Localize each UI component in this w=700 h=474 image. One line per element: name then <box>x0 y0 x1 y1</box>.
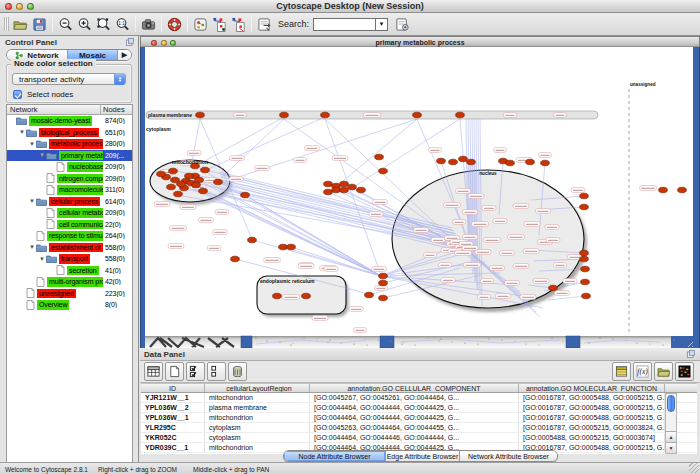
expanded-twisty-icon[interactable]: ▼ <box>29 244 35 250</box>
select-attributes-icon[interactable] <box>186 362 205 381</box>
tree-row[interactable]: nucleobase-contain209(0) <box>7 161 132 173</box>
table-cell: YLR295C <box>141 423 205 432</box>
delete-attribute-icon[interactable] <box>228 362 247 381</box>
data-panel-toolbar <box>140 361 700 383</box>
file-icon <box>46 185 55 195</box>
tree-row-count: 558(0) <box>103 255 132 262</box>
tab-edge-attribute-browser[interactable]: Edge Attribute Browser <box>386 451 460 461</box>
network-frame-titlebar[interactable]: primary metabolic process <box>140 36 700 47</box>
table-scrollbar[interactable]: ▲ ▼ <box>665 393 677 454</box>
tree-row[interactable]: Overview8(0) <box>7 299 132 311</box>
tree-row-count: 264(0) <box>103 232 132 239</box>
tree-row-count: 209(0) <box>103 175 132 182</box>
table-row[interactable]: YLR295Ccytoplasm[GO:0045263, GO:0044464,… <box>141 423 697 433</box>
table-row[interactable]: YPL036W__2plasma membrane[GO:0044464, GO… <box>141 403 697 413</box>
frame-border-left <box>140 47 145 348</box>
open-folder-icon[interactable] <box>11 15 30 34</box>
node-color-combo[interactable]: transporter activity ▲▼ <box>12 73 126 85</box>
window-titlebar[interactable]: Cytoscape Desktop (New Session) <box>0 0 700 13</box>
tree-row[interactable]: cellular metabolic209(0) <box>7 207 132 219</box>
new-attribute-icon[interactable] <box>165 362 184 381</box>
tab-network-attribute-browser[interactable]: Network Attribute Browser <box>460 451 557 461</box>
float-window-icon[interactable] <box>126 38 134 46</box>
attribute-editor-icon[interactable] <box>612 362 631 381</box>
save-icon[interactable] <box>30 15 49 34</box>
help-lifering-icon[interactable] <box>165 15 184 34</box>
zoom-selected-icon[interactable] <box>94 15 113 34</box>
vizmapper-icon[interactable] <box>191 15 210 34</box>
tree-row[interactable]: ▼biological_process651(0) <box>7 127 132 139</box>
table-row[interactable]: YJR121W__1mitochondrion[GO:0045267, GO:0… <box>141 393 697 403</box>
select-nodes-checkbox[interactable] <box>13 90 22 99</box>
expanded-twisty-icon[interactable]: ▼ <box>29 198 35 204</box>
tree-row[interactable]: macromolecule met311(0) <box>7 184 132 196</box>
tree-row[interactable]: nitrogen compound209(0) <box>7 173 132 185</box>
search-config-icon[interactable] <box>394 16 410 32</box>
scroll-up-icon[interactable]: ▲ <box>666 431 676 442</box>
file-icon <box>56 265 65 275</box>
zoom-out-icon[interactable] <box>56 15 75 34</box>
tree-row[interactable]: unassigned223(0) <box>7 288 132 300</box>
unselect-attributes-icon[interactable] <box>207 362 226 381</box>
expanded-twisty-icon[interactable]: ▼ <box>29 141 35 147</box>
tree-row-label: Overview <box>37 300 69 310</box>
table-cell: cytoplasm <box>205 423 310 432</box>
table-cell: [GO:0016787, GO:0005488, GO:0005215, G..… <box>519 403 665 412</box>
table-row[interactable]: YKR052Ccytoplasm[GO:0044464, GO:0044446,… <box>141 433 697 443</box>
tab-node-attribute-browser[interactable]: Node Attribute Browser <box>284 451 386 461</box>
expanded-twisty-icon[interactable]: ▼ <box>19 129 25 135</box>
tree-row[interactable]: ▼primary metabolic p209(... <box>7 150 132 162</box>
scroll-down-icon[interactable]: ▼ <box>666 442 676 453</box>
tree-row[interactable]: ▼metabolic process280(0) <box>7 138 132 150</box>
expanded-twisty-icon[interactable]: ▼ <box>39 256 45 262</box>
network-canvas[interactable]: plasma membranecytoplasmmitochondrionnuc… <box>140 47 700 348</box>
tree-row[interactable]: ▼transport558(0) <box>7 253 132 265</box>
network-graph[interactable]: plasma membranecytoplasmmitochondrionnuc… <box>140 47 700 348</box>
tree-row-label: nucleobase-contain <box>67 162 103 172</box>
table-cell: [GO:0005488, GO:0005215, GO:0003674] <box>519 433 665 442</box>
tab-overflow-arrow[interactable]: ▶ <box>118 50 131 60</box>
attribute-grid-icon[interactable] <box>144 362 163 381</box>
destroy-network-view-icon[interactable] <box>229 15 248 34</box>
tree-row[interactable]: mosaic-demo-yeast874(0) <box>7 115 132 127</box>
import-attributes-icon[interactable] <box>654 362 673 381</box>
column-header[interactable]: annotation.GO CELLULAR_COMPONENT <box>310 384 519 392</box>
tree-row-label: metabolic process <box>49 139 103 149</box>
scrollbar-thumb[interactable] <box>667 395 675 412</box>
tree-row[interactable]: ▼cellular process614(0) <box>7 196 132 208</box>
tree-row[interactable]: response to stimulu264(0) <box>7 230 132 242</box>
new-network-view-icon[interactable] <box>210 15 229 34</box>
unassigned-label: unassigned <box>630 82 656 87</box>
table-cell: [GO:0044464, GO:0044446, GO:0044444, G..… <box>310 433 519 442</box>
chevron-down-icon[interactable]: ▼ <box>375 18 388 31</box>
tree-row-count: 209(0) <box>103 163 132 170</box>
function-builder-icon[interactable] <box>633 362 652 381</box>
table-cell: YJR121W__1 <box>141 393 205 402</box>
column-header[interactable]: annotation.GO MOLECULAR_FUNCTION <box>519 384 665 392</box>
search-input[interactable] <box>313 18 375 31</box>
toolbar-grip-icon <box>4 17 9 31</box>
combo-stepper-icon[interactable]: ▲▼ <box>114 73 125 85</box>
zoom-in-icon[interactable] <box>75 15 94 34</box>
column-header[interactable]: ID <box>141 384 205 392</box>
toolbar-separator <box>52 16 53 32</box>
tree-row[interactable]: multi-organism pro42(0) <box>7 276 132 288</box>
float-window-icon[interactable] <box>687 350 695 358</box>
tree-row[interactable]: cell communication22(0) <box>7 219 132 231</box>
table-row[interactable]: YPL036W__1mitochondrion[GO:0044464, GO:0… <box>141 413 697 423</box>
network-tree-table: Network Nodes mosaic-demo-yeast874(0)▼bi… <box>6 104 133 474</box>
expanded-twisty-icon[interactable]: ▼ <box>39 152 45 158</box>
tree-row-label: transport <box>59 254 90 264</box>
tree-row[interactable]: secretion41(0) <box>7 265 132 277</box>
tree-row[interactable]: ▼establishment of lo558(0) <box>7 242 132 254</box>
cytoplasm-label: cytoplasm <box>146 126 171 132</box>
resize-grip[interactable] <box>689 463 699 473</box>
import-network-icon[interactable] <box>255 15 274 34</box>
zoom-actual-icon[interactable] <box>113 15 132 34</box>
tree-table-header[interactable]: Network Nodes <box>7 105 132 115</box>
matrix-icon[interactable] <box>675 362 694 381</box>
tree-row-count: 223(0) <box>103 290 132 297</box>
attribute-table-header[interactable]: ID_cellularLayoutRegionannotation.GO CEL… <box>141 383 697 393</box>
snapshot-camera-icon[interactable] <box>139 15 158 34</box>
column-header[interactable]: _cellularLayoutRegion <box>205 384 310 392</box>
